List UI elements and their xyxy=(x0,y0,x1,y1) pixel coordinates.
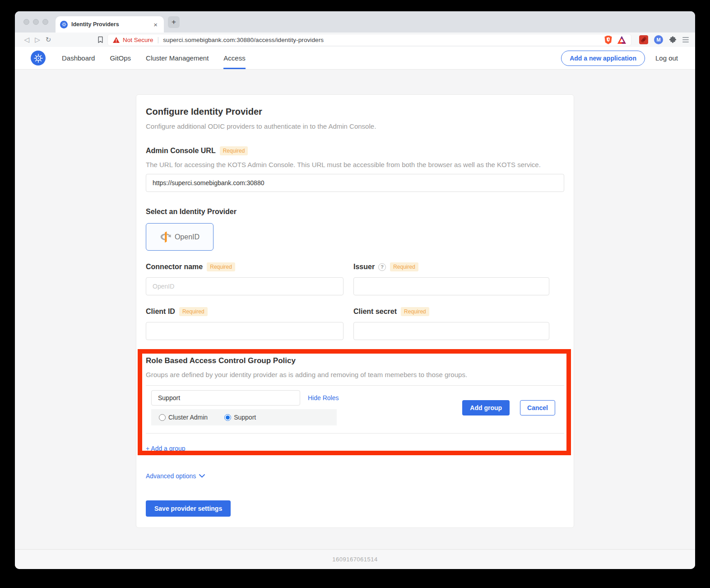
cancel-button[interactable]: Cancel xyxy=(520,400,555,415)
nav-item-gitops[interactable]: GitOps xyxy=(110,47,131,69)
menu-icon[interactable] xyxy=(682,37,689,42)
openid-logo-icon xyxy=(160,230,172,244)
minimize-window-button[interactable] xyxy=(33,19,39,25)
extension-icon[interactable] xyxy=(639,35,648,44)
advanced-options-label: Advanced options xyxy=(146,472,196,480)
role-option-support[interactable]: Support xyxy=(224,414,256,421)
rbac-section-subtitle: Groups are defined by your identity prov… xyxy=(146,371,564,378)
kubernetes-favicon-icon xyxy=(60,21,68,28)
new-tab-button[interactable]: + xyxy=(168,16,180,28)
add-a-group-link[interactable]: + Add a group xyxy=(146,445,186,452)
admin-console-url-label: Admin Console URL xyxy=(146,147,216,155)
required-badge: Required xyxy=(401,307,429,316)
kubernetes-logo-icon[interactable] xyxy=(31,51,46,65)
nav-item-cluster-management[interactable]: Cluster Management xyxy=(146,47,209,69)
required-badge: Required xyxy=(207,262,235,271)
admin-console-url-input[interactable] xyxy=(146,174,564,192)
client-id-label: Client ID xyxy=(146,308,175,316)
client-secret-label: Client secret xyxy=(353,308,397,316)
zoom-window-button[interactable] xyxy=(42,19,48,25)
rbac-section-title: Role Based Access Control Group Policy xyxy=(146,356,564,365)
add-new-application-button[interactable]: Add a new application xyxy=(561,51,645,66)
chevron-down-icon xyxy=(199,474,205,478)
nav-item-dashboard[interactable]: Dashboard xyxy=(62,47,95,69)
browser-toolbar: ◁ ▷ ↻ Not Secure | superci.somebigbank.c… xyxy=(15,33,695,47)
client-id-input[interactable] xyxy=(146,322,343,340)
group-actions: Add group Cancel xyxy=(462,400,564,415)
address-bar[interactable]: Not Secure | superci.somebigbank.com:308… xyxy=(107,34,631,46)
advanced-options-toggle[interactable]: Advanced options xyxy=(146,472,564,480)
group-name-input[interactable] xyxy=(151,390,300,406)
select-provider-label: Select an Identity Provider xyxy=(146,208,564,216)
cluster-admin-radio[interactable] xyxy=(159,414,166,421)
back-icon[interactable]: ◁ xyxy=(21,36,32,44)
toolbar-right-icons: M xyxy=(639,35,689,44)
logout-link[interactable]: Log out xyxy=(655,54,678,62)
connector-name-input[interactable] xyxy=(146,277,343,295)
admin-console-url-help: The URL for accessing the KOTS Admin Con… xyxy=(146,161,564,168)
warning-triangle-icon xyxy=(113,37,120,43)
issuer-input[interactable] xyxy=(353,277,549,295)
bookmark-icon[interactable] xyxy=(97,36,104,43)
connector-name-label: Connector name xyxy=(146,263,203,271)
help-question-icon[interactable]: ? xyxy=(378,263,386,271)
nav-links: Dashboard GitOps Cluster Management Acce… xyxy=(62,47,246,69)
url-separator: | xyxy=(158,36,159,43)
omnibox-icons xyxy=(604,36,626,44)
identity-provider-card: Configure Identity Provider Configure ad… xyxy=(136,94,574,528)
required-badge: Required xyxy=(390,262,418,271)
issuer-label: Issuer xyxy=(353,263,375,271)
support-radio[interactable] xyxy=(224,414,231,421)
close-tab-icon[interactable]: × xyxy=(152,20,159,29)
connector-name-field: Connector name Required xyxy=(146,262,343,295)
required-badge: Required xyxy=(179,307,208,316)
connector-issuer-row: Connector name Required Issuer ? Require… xyxy=(146,262,564,295)
close-window-button[interactable] xyxy=(23,19,29,25)
tab-strip: Identity Providers × + xyxy=(15,11,695,33)
page-content: Configure Identity Provider Configure ad… xyxy=(15,70,695,549)
window-controls xyxy=(23,19,48,25)
tab-title: Identity Providers xyxy=(71,21,152,28)
role-label: Support xyxy=(234,414,256,421)
roles-panel: Cluster Admin Support xyxy=(151,409,337,425)
page-title: Configure Identity Provider xyxy=(146,107,564,117)
issuer-field: Issuer ? Required xyxy=(353,262,549,295)
add-group-button[interactable]: Add group xyxy=(462,400,510,415)
bat-rewards-icon[interactable] xyxy=(617,36,626,44)
hide-roles-link[interactable]: Hide Roles xyxy=(308,394,339,401)
role-label: Cluster Admin xyxy=(168,414,208,421)
reload-icon[interactable]: ↻ xyxy=(43,36,54,44)
client-secret-input[interactable] xyxy=(353,322,549,340)
nav-right: Add a new application Log out xyxy=(561,51,678,66)
page-subtitle: Configure additional ODIC providers to a… xyxy=(146,122,564,130)
role-option-cluster-admin[interactable]: Cluster Admin xyxy=(159,414,208,421)
footer-timestamp: 1609167061514 xyxy=(332,556,378,563)
puzzle-extensions-icon[interactable] xyxy=(669,36,677,44)
client-credentials-row: Client ID Required Client secret Require… xyxy=(146,307,564,340)
client-secret-field: Client secret Required xyxy=(353,307,549,340)
rbac-divider-top xyxy=(146,385,564,386)
rbac-divider-bottom xyxy=(146,433,564,434)
group-editor-block: Hide Roles Cluster Admin Support xyxy=(146,390,564,425)
browser-window: Identity Providers × + ◁ ▷ ↻ Not Secure … xyxy=(15,11,695,569)
forward-icon[interactable]: ▷ xyxy=(32,36,43,44)
group-editor: Hide Roles Cluster Admin Support xyxy=(146,390,339,425)
app-navbar: Dashboard GitOps Cluster Management Acce… xyxy=(15,47,695,70)
not-secure-label[interactable]: Not Secure xyxy=(123,37,153,43)
nav-item-access[interactable]: Access xyxy=(223,47,245,69)
save-provider-settings-button[interactable]: Save provider settings xyxy=(146,500,231,517)
page-footer: 1609167061514 xyxy=(15,549,695,569)
openid-provider-label: OpenID xyxy=(175,233,200,241)
browser-tab[interactable]: Identity Providers × xyxy=(56,16,164,33)
openid-provider-card[interactable]: OpenID xyxy=(146,223,213,251)
required-badge: Required xyxy=(220,146,248,155)
admin-console-url-label-row: Admin Console URL Required xyxy=(146,146,564,155)
client-id-field: Client ID Required xyxy=(146,307,343,340)
url-text[interactable]: superci.somebigbank.com:30880/access/ide… xyxy=(163,37,324,43)
brave-shield-icon[interactable] xyxy=(604,36,612,44)
profile-avatar[interactable]: M xyxy=(654,35,663,44)
